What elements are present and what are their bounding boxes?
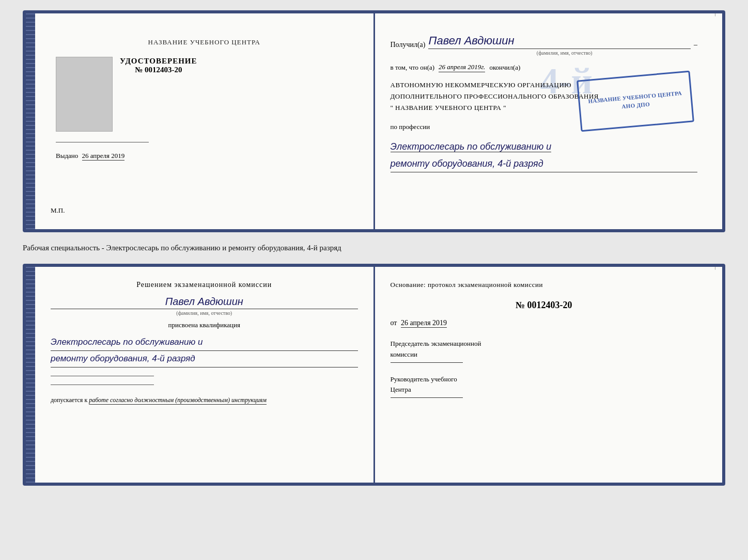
right-labels-bottom: –––иа←––– (713, 267, 722, 483)
vydano-date: 26 апреля 2019 (82, 152, 125, 161)
director-sig-line (391, 397, 463, 398)
dopuskaetsya-block: допускается к работе согласно должностны… (51, 396, 358, 404)
middle-text: Рабочая специальность - Электрослесарь п… (23, 242, 725, 254)
okonchil-label: окончил(а) (489, 63, 520, 72)
resheniem-title: Решением экзаменационной комиссии (51, 279, 358, 291)
poluchil-label: Получил(а) (391, 41, 426, 49)
mp-line: М.П. (51, 206, 65, 215)
bottom-doc-right: Основание: протокол экзаменационной коми… (375, 267, 713, 483)
photo-placeholder (56, 57, 113, 132)
vydano-line: Выдано 26 апреля 2019 (56, 152, 124, 160)
profession-line1: Электрослесарь по обслуживанию и (391, 141, 552, 152)
udostoverenie-block: УДОСТОВЕРЕНИЕ № 0012403-20 (120, 57, 197, 74)
stamp-overlay: НАЗВАНИЕ УЧЕБНОГО ЦЕНТРА АНО ДПО (576, 71, 694, 132)
top-doc-left: НАЗВАНИЕ УЧЕБНОГО ЦЕНТРА УДОСТОВЕРЕНИЕ №… (35, 13, 375, 229)
poluchil-name: Павел Авдюшин (428, 34, 691, 49)
director-block: Руководитель учебного Центра (391, 374, 698, 398)
udostoverenie-title: УДОСТОВЕРЕНИЕ (120, 57, 197, 66)
top-doc-right: Получил(а) Павел Авдюшин – (фамилия, имя… (375, 13, 713, 229)
profession-block: Электрослесарь по обслуживанию и ремонту… (391, 138, 698, 172)
udostoverenie-num: № 0012403-20 (120, 66, 197, 74)
vtom-label: в том, что он(а) (391, 63, 435, 72)
bottom-name-block: Павел Авдюшин (фамилия, имя, отчество) (51, 296, 358, 316)
vtom-date: 26 апреля 2019г. (439, 63, 485, 72)
qual-block: Электрослесарь по обслуживанию и ремонту… (51, 334, 358, 367)
chairman-sig-line (391, 362, 463, 363)
top-document: НАЗВАНИЕ УЧЕБНОГО ЦЕНТРА УДОСТОВЕРЕНИЕ №… (23, 10, 725, 232)
center-title: НАЗВАНИЕ УЧЕБНОГО ЦЕНТРА (148, 38, 260, 46)
resheniem-line1: Решением экзаменационной комиссии (136, 281, 272, 289)
spine-left (26, 13, 35, 229)
chairman-line1: Председатель экзаменационной (391, 339, 698, 349)
osnov-title: Основание: протокол экзаменационной коми… (391, 279, 698, 291)
director-line2: Центра (391, 385, 698, 395)
right-labels-top: –––иа←–– (713, 13, 722, 229)
osnov-date: от 26 апреля 2019 (391, 319, 698, 327)
bottom-document: Решением экзаменационной комиссии Павел … (23, 264, 725, 486)
dash: – (694, 41, 697, 49)
vtom-row: в том, что он(а) 26 апреля 2019г. окончи… (391, 63, 698, 72)
spine-left-bottom (26, 267, 35, 483)
profession-line2: ремонту оборудования, 4-й разряд (391, 155, 698, 172)
qual-line2: ремонту оборудования, 4-й разряд (51, 351, 358, 367)
dopuskaetsya-label: допускается к (51, 396, 87, 404)
director-line1: Руководитель учебного (391, 374, 698, 385)
poluchil-row: Получил(а) Павел Авдюшин – (391, 34, 698, 49)
ot-date: 26 апреля 2019 (401, 319, 447, 328)
ot-label: от (391, 319, 397, 327)
bottom-name: Павел Авдюшин (51, 296, 358, 309)
qual-line1: Электрослесарь по обслуживанию и (51, 334, 358, 351)
fio-small-top: (фамилия, имя, отчество) (432, 50, 698, 56)
middle-text-content: Рабочая специальность - Электрослесарь п… (23, 244, 341, 252)
bottom-doc-left: Решением экзаменационной комиссии Павел … (35, 267, 375, 483)
chairman-block: Председатель экзаменационной комиссии (391, 339, 698, 363)
stamp-inner: НАЗВАНИЕ УЧЕБНОГО ЦЕНТРА АНО ДПО (588, 89, 683, 114)
vydano-label: Выдано (56, 152, 78, 159)
dopuskaetsya-text: работе согласно должностным (производств… (89, 396, 267, 405)
osnov-num: № 0012403-20 (391, 300, 698, 311)
prisvoena-line: присвоена квалификация (51, 321, 358, 329)
bottom-fio-hint: (фамилия, имя, отчество) (51, 310, 358, 316)
chairman-line2: комиссии (391, 349, 698, 360)
